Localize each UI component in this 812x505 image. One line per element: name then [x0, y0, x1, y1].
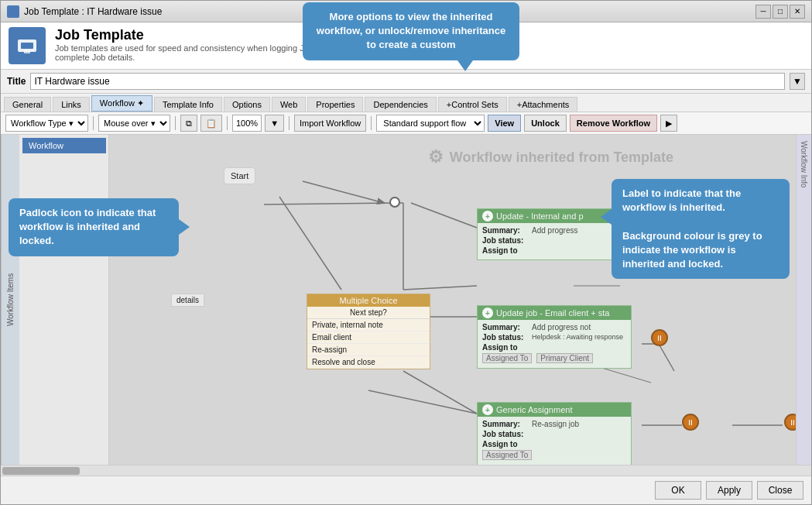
generic-node-body: Summary: Re-assign job Job status: Assig… — [478, 417, 631, 465]
unlock-button[interactable]: Unlock — [524, 115, 567, 132]
horizontal-scrollbar[interactable] — [1, 465, 811, 476]
separator-5 — [371, 116, 372, 130]
mouse-over-select[interactable]: Mouse over ▾ — [98, 115, 170, 132]
paste-button[interactable]: 📋 — [200, 115, 222, 132]
gear-icon: ⚙ — [428, 147, 444, 167]
connector-circle — [389, 197, 400, 208]
svg-line-4 — [411, 203, 477, 228]
apply-button[interactable]: Apply — [706, 481, 752, 500]
workflow-toolbar: Workflow Type ▾ Mouse over ▾ ⧉ 📋 100% ▼ … — [1, 112, 811, 135]
update-row-status: Job status: — [482, 236, 626, 245]
update-node-2-body: Summary: Add progress not Job status: He… — [478, 320, 631, 368]
tab-general[interactable]: General — [4, 97, 51, 112]
generic-node-header: + Generic Assignment — [478, 403, 631, 417]
svg-rect-2 — [24, 50, 30, 53]
choice-option-1: Private, internal note — [307, 319, 430, 332]
scrollbar-thumb[interactable] — [2, 467, 80, 475]
update2-summary: Summary: Add progress not — [482, 323, 626, 332]
remove-workflow-button[interactable]: Remove Workflow — [570, 115, 657, 132]
import-workflow-button[interactable]: Import Workflow — [294, 115, 366, 132]
svg-line-10 — [403, 286, 477, 290]
choice-node-header: Multiple Choice — [307, 294, 430, 307]
details-button[interactable]: details — [171, 294, 204, 307]
copy-button[interactable]: ⧉ — [180, 115, 197, 132]
right-sidebar-tab[interactable]: Workflow Info — [796, 135, 811, 465]
choice-prompt: Next step? — [307, 307, 430, 319]
assigned-to-tag: Assigned To — [482, 353, 532, 363]
view-button[interactable]: View — [488, 115, 521, 132]
inherited-label: ⚙ Workflow inherited from Template — [428, 147, 673, 167]
ok-button[interactable]: OK — [655, 481, 701, 500]
svg-line-16 — [659, 344, 674, 371]
update-node-2-header: + Update job - Email client + sta — [478, 306, 631, 320]
generic-icon: + — [482, 404, 493, 415]
tab-dependencies[interactable]: Dependencies — [365, 97, 436, 112]
svg-line-8 — [264, 203, 403, 204]
more-options-button[interactable]: ▶ — [660, 115, 677, 132]
svg-line-3 — [303, 181, 384, 203]
tab-template-info[interactable]: Template Info — [154, 97, 222, 112]
pause-icon-3: ⏸ — [784, 414, 796, 431]
window-controls: ─ □ ✕ — [755, 5, 805, 19]
title-field-label: Title — [7, 76, 26, 87]
tab-web[interactable]: Web — [272, 97, 306, 112]
title-row: Title ▼ — [1, 70, 811, 94]
start-node: Start — [224, 167, 255, 184]
tab-links[interactable]: Links — [53, 97, 90, 112]
close-button[interactable]: ✕ — [790, 5, 805, 19]
update2-status: Job status: Helpdesk : Awaiting response — [482, 333, 626, 342]
tab-attachments[interactable]: +Attachments — [509, 97, 578, 112]
module-icon — [9, 27, 46, 64]
tabs-bar: General Links Workflow ✦ Template Info O… — [1, 94, 811, 112]
pause-icon-1: ⏸ — [651, 329, 668, 346]
choice-option-2: Email client — [307, 332, 430, 344]
maximize-button[interactable]: □ — [773, 5, 788, 19]
app-icon — [7, 5, 19, 18]
sidebar-item-workflow[interactable]: Workflow — [22, 138, 106, 153]
zoom-display: 100% — [232, 115, 262, 132]
svg-line-7 — [368, 390, 477, 414]
primary-client-tag: Primary Client — [536, 353, 593, 363]
minimize-button[interactable]: ─ — [755, 5, 771, 19]
update-row-summary: Summary: Add progress — [482, 226, 626, 235]
callout-right: Label to indicate that the workflow is i… — [612, 179, 790, 279]
choice-node: Multiple Choice Next step? Private, inte… — [307, 294, 430, 369]
tab-control-sets[interactable]: +Control Sets — [438, 97, 507, 112]
svg-line-11 — [403, 371, 477, 414]
tab-properties[interactable]: Properties — [307, 97, 363, 112]
generic-assigned-tag: Assigned To — [482, 450, 532, 460]
separator-4 — [289, 116, 290, 130]
workflow-info-tab-label: Workflow Info — [800, 141, 808, 187]
workflow-items-label: Workflow Items — [1, 135, 19, 465]
svg-rect-1 — [21, 43, 33, 49]
callout-top: More options to view the inherited workf… — [303, 2, 519, 60]
update-icon-1: + — [482, 211, 493, 222]
callout-left: Padlock icon to indicate that workflow i… — [9, 198, 179, 256]
choice-option-4: Resolve and close — [307, 356, 430, 369]
workflow-select[interactable]: Standard support flow — [376, 115, 485, 132]
choice-option-3: Re-assign — [307, 344, 430, 356]
separator-2 — [175, 116, 176, 130]
update-node-1-body: Summary: Add progress Job status: Assign… — [478, 223, 631, 259]
bottom-bar: OK Apply Close — [1, 476, 811, 504]
generic-status: Job status: — [482, 430, 626, 438]
update2-assign: Assign to — [482, 343, 626, 352]
title-input[interactable] — [30, 73, 785, 90]
pause-icon-2: ⏸ — [682, 414, 699, 431]
update-row-assign: Assign to — [482, 246, 626, 255]
update-icon-2: + — [482, 307, 493, 318]
tab-options[interactable]: Options — [224, 97, 270, 112]
svg-line-6 — [279, 197, 341, 290]
generic-node: + Generic Assignment Summary: Re-assign … — [477, 402, 632, 465]
workflow-type-select[interactable]: Workflow Type ▾ — [5, 115, 88, 132]
zoom-dropdown-button[interactable]: ▼ — [265, 115, 284, 132]
generic-summary: Summary: Re-assign job — [482, 420, 626, 428]
main-window: Job Template : IT Hardware issue ─ □ ✕ J… — [0, 0, 812, 505]
left-sidebar: Workflow Items Workflow — [1, 135, 109, 465]
separator-1 — [93, 116, 94, 130]
update-node-2: + Update job - Email client + sta Summar… — [477, 305, 632, 369]
generic-tag: Assigned To — [482, 450, 626, 460]
tab-workflow[interactable]: Workflow ✦ — [91, 95, 152, 112]
title-dropdown-button[interactable]: ▼ — [790, 73, 805, 90]
close-bottom-button[interactable]: Close — [757, 481, 803, 500]
